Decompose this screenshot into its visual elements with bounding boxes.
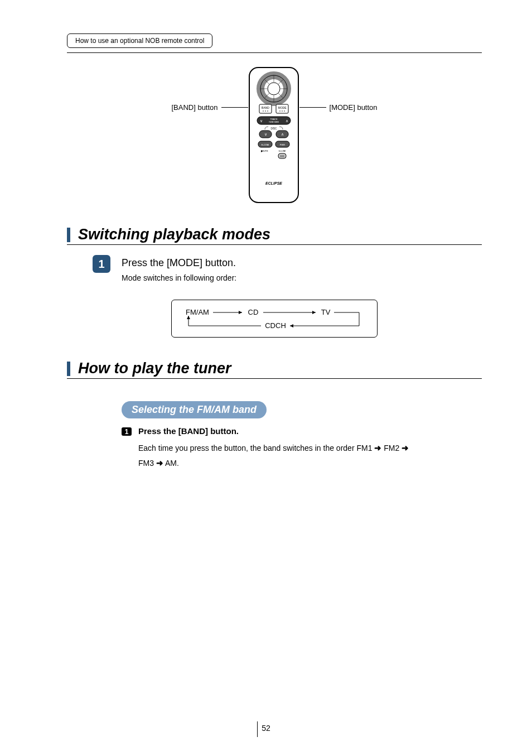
svg-text:∨: ∨ <box>264 132 267 136</box>
svg-point-19 <box>284 110 285 112</box>
section2-rule <box>67 378 482 379</box>
arrow-icon: ➜ <box>374 443 381 452</box>
arrow-icon: ➜ <box>402 443 409 452</box>
svg-rect-37 <box>278 153 286 158</box>
section1-step1: 1 Press the [MODE] button. Mode switches… <box>93 255 482 284</box>
flow-tv: TV <box>321 308 331 316</box>
arrow-icon: ➜ <box>156 458 163 468</box>
page-number: 52 <box>262 724 270 733</box>
svg-text:TRACK: TRACK <box>270 118 278 121</box>
section1-step1-text: Press the [MODE] button. <box>122 255 236 269</box>
section-heading-tuner: How to play the tuner <box>67 360 482 377</box>
section2-title: How to play the tuner <box>78 360 231 377</box>
detail-line1a: Each time you press the button, the band… <box>138 444 372 452</box>
section2-step1-text: Press the [BAND] button. <box>138 426 239 436</box>
section1-rule <box>67 244 482 245</box>
svg-marker-43 <box>312 311 316 314</box>
svg-text:ILLUMI: ILLUMI <box>278 150 286 152</box>
svg-text:E-COM: E-COM <box>261 143 268 146</box>
mode-button-label-text: [MODE] button <box>330 103 378 112</box>
detail-line2b: AM. <box>165 459 179 468</box>
section1-step1-sub: Mode switches in following order: <box>122 272 236 284</box>
step-number-badge: 1 <box>93 255 110 273</box>
svg-point-15 <box>267 110 268 112</box>
svg-point-14 <box>265 110 266 112</box>
section-heading-switching: Switching playback modes <box>67 226 482 243</box>
svg-text:∧: ∧ <box>280 132 283 136</box>
selecting-band-pill: Selecting the FM/AM band <box>122 401 267 418</box>
svg-marker-41 <box>239 311 242 314</box>
flow-fmam: FM/AM <box>186 308 209 316</box>
mode-button-label: [MODE] button <box>299 103 378 112</box>
mode-flow-diagram: FM/AM CD TV CDCH <box>171 300 378 338</box>
flow-cdch: CDCH <box>265 321 286 330</box>
svg-text:TUNE SEEK: TUNE SEEK <box>269 121 279 123</box>
heading-bar-icon <box>67 362 70 376</box>
section1-title: Switching playback modes <box>78 226 270 243</box>
svg-text:∨: ∨ <box>259 119 262 123</box>
svg-marker-47 <box>290 324 293 328</box>
section2-step1: 1 Press the [BAND] button. <box>122 426 482 436</box>
flow-cd: CD <box>248 308 259 316</box>
detail-line1b: FM2 <box>384 444 399 452</box>
svg-text:PWR: PWR <box>279 143 284 146</box>
remote-band-text: BAND <box>262 106 269 109</box>
remote-mode-text: MODE <box>278 106 287 109</box>
svg-text:MUTE: MUTE <box>262 150 268 152</box>
svg-point-17 <box>279 110 280 112</box>
svg-point-13 <box>263 110 264 112</box>
svg-text:DISC: DISC <box>270 127 277 130</box>
detail-line2a: FM3 <box>138 459 154 468</box>
svg-text:∧: ∧ <box>285 119 288 123</box>
remote-brand-text: ECLIPSE <box>265 181 282 185</box>
sub-step-number-badge: 1 <box>122 427 132 436</box>
remote-diagram: [BAND] button <box>67 66 482 206</box>
leader-line-left <box>221 107 248 108</box>
band-button-label: [BAND] button <box>171 103 248 112</box>
leader-line-right <box>299 107 326 108</box>
page-tick <box>257 721 258 737</box>
band-button-label-text: [BAND] button <box>171 103 217 112</box>
band-cycle-detail: Each time you press the button, the band… <box>138 440 482 470</box>
top-divider <box>67 52 482 53</box>
heading-bar-icon <box>67 228 70 242</box>
svg-point-18 <box>282 110 283 112</box>
remote-control-illustration: BAND MODE TRACK TUNE SEEK ∨ ∧ DISC ∨ <box>248 66 299 206</box>
breadcrumb: How to use an optional NOB remote contro… <box>67 33 212 48</box>
